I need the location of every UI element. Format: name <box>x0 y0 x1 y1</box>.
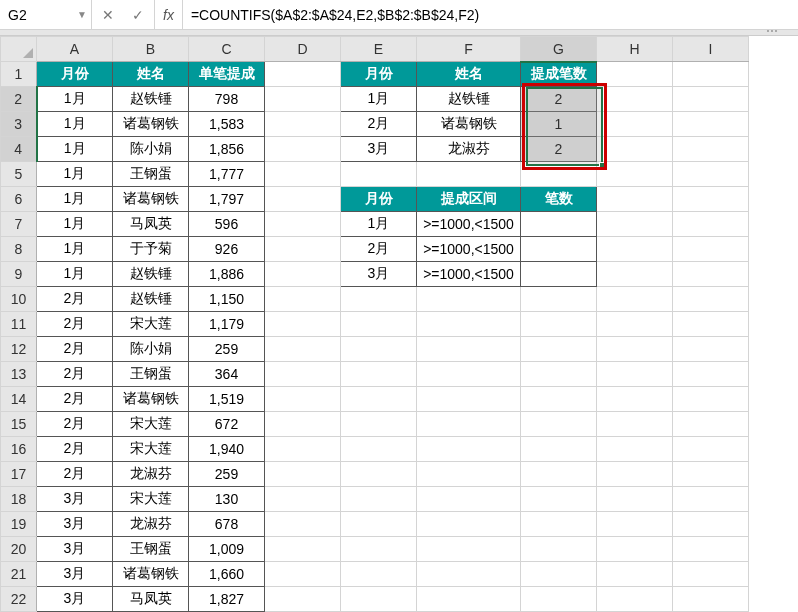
cancel-icon[interactable]: ✕ <box>98 7 118 23</box>
row-header-1[interactable]: 1 <box>1 62 37 87</box>
cell-B3[interactable]: 诸葛钢铁 <box>113 112 189 137</box>
col-header-H[interactable]: H <box>597 37 673 62</box>
cell-B7[interactable]: 马凤英 <box>113 212 189 237</box>
cell-C3[interactable]: 1,583 <box>189 112 265 137</box>
cell-C6[interactable]: 1,797 <box>189 187 265 212</box>
cell-B14[interactable]: 诸葛钢铁 <box>113 387 189 412</box>
cell-E18[interactable] <box>341 487 417 512</box>
cell-H7[interactable] <box>597 212 673 237</box>
cell-F13[interactable] <box>417 362 521 387</box>
cell-B12[interactable]: 陈小娟 <box>113 337 189 362</box>
cell-E4[interactable]: 3月 <box>341 137 417 162</box>
cell-D21[interactable] <box>265 562 341 587</box>
cell-H22[interactable] <box>597 587 673 612</box>
cell-D20[interactable] <box>265 537 341 562</box>
cell-I14[interactable] <box>673 387 749 412</box>
name-box[interactable]: G2 ▼ <box>0 0 92 29</box>
cell-A3[interactable]: 1月 <box>37 112 113 137</box>
cell-I10[interactable] <box>673 287 749 312</box>
cell-A12[interactable]: 2月 <box>37 337 113 362</box>
cell-A17[interactable]: 2月 <box>37 462 113 487</box>
cell-I22[interactable] <box>673 587 749 612</box>
cell-B9[interactable]: 赵铁锤 <box>113 262 189 287</box>
cell-F11[interactable] <box>417 312 521 337</box>
cell-D4[interactable] <box>265 137 341 162</box>
cell-D7[interactable] <box>265 212 341 237</box>
cell-H5[interactable] <box>597 162 673 187</box>
row-header-16[interactable]: 16 <box>1 437 37 462</box>
col-header-G[interactable]: G <box>521 37 597 62</box>
cell-F9[interactable]: >=1000,<1500 <box>417 262 521 287</box>
cell-F14[interactable] <box>417 387 521 412</box>
cell-A14[interactable]: 2月 <box>37 387 113 412</box>
cell-E12[interactable] <box>341 337 417 362</box>
cell-B11[interactable]: 宋大莲 <box>113 312 189 337</box>
cell-H6[interactable] <box>597 187 673 212</box>
cell-D22[interactable] <box>265 587 341 612</box>
col-header-C[interactable]: C <box>189 37 265 62</box>
cell-H1[interactable] <box>597 62 673 87</box>
cell-C14[interactable]: 1,519 <box>189 387 265 412</box>
cell-F8[interactable]: >=1000,<1500 <box>417 237 521 262</box>
row-header-9[interactable]: 9 <box>1 262 37 287</box>
cell-G18[interactable] <box>521 487 597 512</box>
cell-I5[interactable] <box>673 162 749 187</box>
cell-E11[interactable] <box>341 312 417 337</box>
fx-label[interactable]: fx <box>155 0 183 29</box>
cell-H11[interactable] <box>597 312 673 337</box>
cell-B13[interactable]: 王钢蛋 <box>113 362 189 387</box>
cell-D15[interactable] <box>265 412 341 437</box>
row-header-6[interactable]: 6 <box>1 187 37 212</box>
cell-A10[interactable]: 2月 <box>37 287 113 312</box>
cell-G1[interactable]: 提成笔数 <box>521 62 597 87</box>
spreadsheet-grid[interactable]: ABCDEFGHI1月份姓名单笔提成月份姓名提成笔数21月赵铁锤7981月赵铁锤… <box>0 36 749 612</box>
cell-D8[interactable] <box>265 237 341 262</box>
cell-C19[interactable]: 678 <box>189 512 265 537</box>
cell-D17[interactable] <box>265 462 341 487</box>
cell-G21[interactable] <box>521 562 597 587</box>
cell-A6[interactable]: 1月 <box>37 187 113 212</box>
cell-G9[interactable] <box>521 262 597 287</box>
cell-E14[interactable] <box>341 387 417 412</box>
cell-B8[interactable]: 于予菊 <box>113 237 189 262</box>
cell-F21[interactable] <box>417 562 521 587</box>
cell-F6[interactable]: 提成区间 <box>417 187 521 212</box>
row-header-17[interactable]: 17 <box>1 462 37 487</box>
cell-C12[interactable]: 259 <box>189 337 265 362</box>
cell-G4[interactable]: 2 <box>521 137 597 162</box>
cell-F12[interactable] <box>417 337 521 362</box>
cell-I20[interactable] <box>673 537 749 562</box>
cell-H12[interactable] <box>597 337 673 362</box>
cell-E22[interactable] <box>341 587 417 612</box>
row-header-19[interactable]: 19 <box>1 512 37 537</box>
cell-G19[interactable] <box>521 512 597 537</box>
cell-A1[interactable]: 月份 <box>37 62 113 87</box>
cell-I6[interactable] <box>673 187 749 212</box>
cell-A11[interactable]: 2月 <box>37 312 113 337</box>
cell-G12[interactable] <box>521 337 597 362</box>
confirm-icon[interactable]: ✓ <box>128 7 148 23</box>
cell-I9[interactable] <box>673 262 749 287</box>
cell-H21[interactable] <box>597 562 673 587</box>
cell-G16[interactable] <box>521 437 597 462</box>
cell-C21[interactable]: 1,660 <box>189 562 265 587</box>
cell-D11[interactable] <box>265 312 341 337</box>
cell-G20[interactable] <box>521 537 597 562</box>
cell-D9[interactable] <box>265 262 341 287</box>
cell-H14[interactable] <box>597 387 673 412</box>
cell-C18[interactable]: 130 <box>189 487 265 512</box>
cell-C16[interactable]: 1,940 <box>189 437 265 462</box>
cell-H20[interactable] <box>597 537 673 562</box>
cell-E1[interactable]: 月份 <box>341 62 417 87</box>
cell-C4[interactable]: 1,856 <box>189 137 265 162</box>
cell-C10[interactable]: 1,150 <box>189 287 265 312</box>
cell-B6[interactable]: 诸葛钢铁 <box>113 187 189 212</box>
row-header-8[interactable]: 8 <box>1 237 37 262</box>
cell-I15[interactable] <box>673 412 749 437</box>
cell-E19[interactable] <box>341 512 417 537</box>
cell-D1[interactable] <box>265 62 341 87</box>
cell-C22[interactable]: 1,827 <box>189 587 265 612</box>
cell-I1[interactable] <box>673 62 749 87</box>
cell-F18[interactable] <box>417 487 521 512</box>
cell-H10[interactable] <box>597 287 673 312</box>
